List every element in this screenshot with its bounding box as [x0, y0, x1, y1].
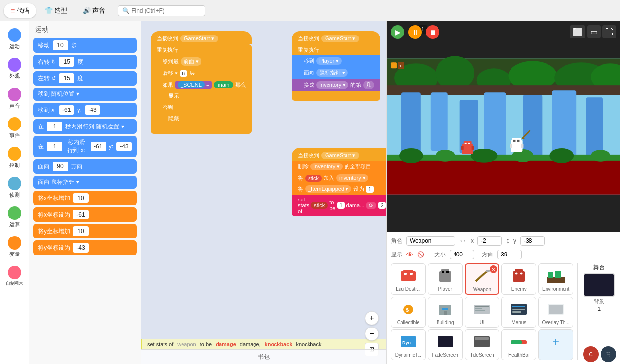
stage-thumbnail[interactable] — [584, 273, 615, 297]
change-y-input[interactable] — [73, 226, 89, 236]
goto-player-block[interactable]: 移到 Player ▾ — [292, 55, 380, 67]
set-x-input[interactable] — [73, 210, 89, 219]
sprite-y-input[interactable] — [520, 236, 545, 246]
sidebar-item-control[interactable]: 控制 — [2, 144, 27, 172]
block-turn-right[interactable]: 右转 ↻ 度 — [33, 55, 137, 69]
sprite-cell-weapon[interactable]: ✕ Weapon — [465, 263, 500, 295]
sprite-cell-dynaimic[interactable]: Dyn DynaimicT... — [391, 329, 426, 360]
zoom-out-btn[interactable]: − — [365, 327, 379, 341]
zoom-in-btn[interactable]: + — [365, 311, 379, 325]
block-turn-left[interactable]: 左转 ↺ 度 — [33, 71, 137, 86]
layout-btn-1[interactable]: ⬜ — [570, 25, 585, 38]
hat-block-2[interactable]: 当接收到 GameStart ▾ — [292, 31, 380, 44]
sprite-direction-input[interactable] — [497, 250, 522, 259]
block-set-y[interactable]: 将y坐标设为 — [33, 240, 137, 255]
tab-sound[interactable]: 🔊 声音 — [76, 3, 112, 18]
repeat-block-2[interactable]: 重复执行 — [292, 44, 380, 55]
sprite-cell-healthbar[interactable]: HealthBar — [501, 329, 536, 360]
add-stick-block[interactable]: 将 stick 加入 inventory ▾ — [292, 172, 386, 183]
set-y-input[interactable] — [73, 243, 89, 253]
sidebar-item-events[interactable]: 事件 — [2, 114, 27, 142]
goto-front-block[interactable]: 移到最 前面 ▾ — [151, 55, 252, 68]
sprite-cell-building[interactable]: Building — [428, 297, 463, 328]
pause-btn[interactable]: ⏸ — [408, 25, 422, 39]
sprite-cell-lag-destroy[interactable]: Lag Destr... — [391, 263, 426, 295]
set-equipped-block[interactable]: 将 _ItemEquipped ▾ 设为 1 — [292, 183, 386, 195]
sidebar-item-variables[interactable]: 变量 — [2, 233, 27, 261]
delete-weapon-btn[interactable]: ✕ — [490, 265, 497, 273]
delete-all-block[interactable]: 删除 Inventory ▾ 的全部项目 — [292, 161, 386, 172]
sidebar-item-operators[interactable]: 运算 — [2, 203, 27, 231]
visibility-eye-on[interactable]: 👁 — [406, 251, 413, 258]
move-back-block[interactable]: 后移 ▾ 6 层 — [151, 68, 252, 79]
if-scene-block[interactable]: 如果 _SCENE = main 那么 — [151, 79, 252, 91]
repeat-block-1[interactable]: 重复执行 — [151, 44, 252, 55]
hat-block-1[interactable]: 当接收到 GameStart ▾ — [151, 31, 252, 44]
move-steps-input[interactable] — [53, 40, 68, 50]
glide2-x-input[interactable] — [91, 142, 106, 151]
sprite-cell-titlescreen[interactable]: TitleScreen — [465, 329, 500, 360]
svg-rect-63 — [445, 308, 448, 310]
search-input[interactable] — [131, 7, 201, 14]
set-stats-block[interactable]: set stats of stick to be 1 dama... ⟳ 2 — [292, 195, 386, 216]
sprite-cell-fadescreen[interactable]: FadeScreen — [428, 329, 463, 360]
sprite-cell-ui[interactable]: UI — [465, 297, 500, 328]
svg-rect-26 — [465, 143, 467, 144]
block-move[interactable]: 移动 步 — [33, 38, 137, 53]
play-btn[interactable]: ▶ — [391, 25, 404, 39]
layout-btn-2[interactable]: ▭ — [587, 25, 601, 38]
sprite-x-input[interactable] — [477, 236, 502, 246]
face-mouse-block[interactable]: 面向 鼠标指针 ▾ — [292, 67, 380, 79]
sprite-cell-collectible[interactable]: $ Collectible — [391, 297, 426, 328]
sidebar-item-looks[interactable]: 外观 — [2, 55, 27, 83]
block-goto-xy[interactable]: 移到 x: y: — [33, 103, 137, 117]
sprite-cell-overlay[interactable]: Overlay Th... — [538, 297, 573, 328]
sprite-cell-enemy[interactable]: Enemy — [501, 263, 536, 295]
block-set-x[interactable]: 将x坐标设为 — [33, 207, 137, 222]
add-sprite-btn[interactable]: + — [538, 329, 573, 360]
svg-rect-51 — [486, 270, 490, 272]
glide2-y-input[interactable] — [116, 142, 132, 151]
svg-point-3 — [436, 56, 474, 90]
sidebar-item-motion[interactable]: 运动 — [2, 25, 27, 53]
canvas-scroll[interactable]: 当接收到 GameStart ▾ 重复执行 移到最 前面 ▾ 后移 ▾ 6 层 — [141, 21, 386, 364]
turn-left-input[interactable] — [59, 73, 74, 83]
tab-costume[interactable]: 👕 造型 — [38, 3, 74, 18]
search-bar: 🔍 — [118, 5, 205, 16]
change-x-input[interactable] — [73, 193, 89, 203]
block-glide-xy[interactable]: 在 秒内滑行到 x: y: — [33, 136, 137, 157]
block-face-mouse[interactable]: 面向 鼠标指针 ▾ — [33, 176, 137, 189]
tab-code[interactable]: ≡ 代码 — [4, 3, 36, 18]
sprite-name-input[interactable] — [406, 236, 455, 246]
svg-rect-58 — [555, 271, 561, 278]
switch-costume-block[interactable]: 换成 Inventory ▾ 的第 几 — [292, 79, 380, 91]
sprite-cell-environment[interactable]: Environment — [538, 263, 573, 295]
block-goto-random[interactable]: 移到 随机位置 ▾ — [33, 88, 137, 101]
sidebar-item-custom[interactable]: 自制积木 — [2, 263, 27, 290]
looks-circle — [8, 58, 21, 72]
hat-block-3[interactable]: 当接收到 GameStart ▾ — [292, 148, 386, 161]
goto-x-input[interactable] — [59, 105, 74, 115]
glide2-secs-input[interactable] — [47, 142, 62, 151]
block-face-direction[interactable]: 面向 方向 — [33, 159, 137, 174]
block-change-x[interactable]: 将x坐标增加 — [33, 191, 137, 205]
face-dir-input[interactable] — [53, 162, 68, 171]
hide-block[interactable]: 隐藏 — [151, 113, 252, 124]
stop-btn[interactable]: ⏹ — [426, 25, 439, 39]
sprite-size-input[interactable] — [450, 250, 474, 259]
turn-right-input[interactable] — [59, 57, 74, 67]
sidebar-item-sound[interactable]: 声音 — [2, 85, 27, 112]
else-block[interactable]: 否则 — [151, 102, 252, 113]
svg-rect-13 — [523, 95, 542, 158]
block-glide-random[interactable]: 在 秒内滑行到 随机位置 ▾ — [33, 119, 137, 134]
sprite-cell-player[interactable]: Player — [428, 263, 463, 295]
goto-y-input[interactable] — [85, 105, 100, 115]
preview-controls: ▶ ⏸ ⏹ — [391, 25, 439, 39]
sidebar-item-sensing[interactable]: 侦测 — [2, 174, 27, 201]
visibility-eye-off[interactable]: 🚫 — [417, 251, 424, 258]
sprite-cell-menus[interactable]: Menus — [501, 297, 536, 328]
glide-secs-input[interactable] — [47, 122, 62, 131]
fullscreen-btn[interactable]: ⛶ — [602, 25, 616, 38]
block-change-y[interactable]: 将y坐标增加 — [33, 224, 137, 238]
show-block[interactable]: 显示 — [151, 91, 252, 102]
